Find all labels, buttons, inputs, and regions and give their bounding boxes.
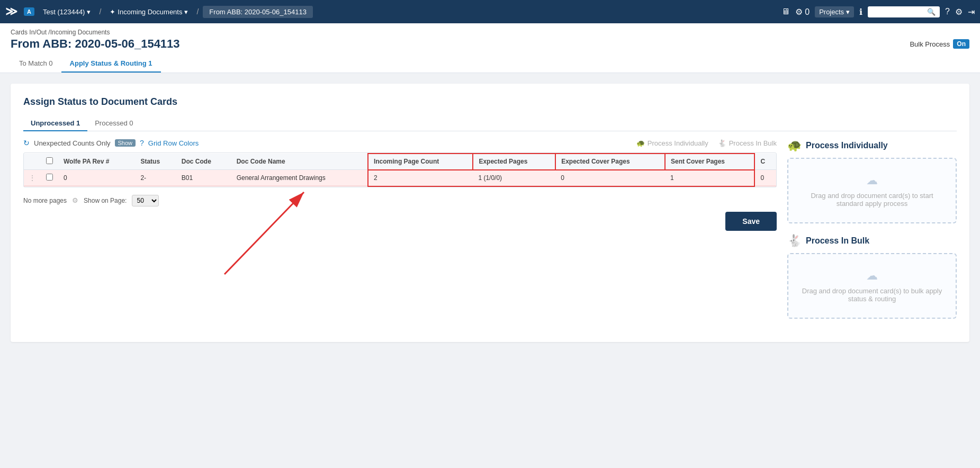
- turtle-icon: 🐢: [787, 139, 802, 152]
- cell-status: 2-: [135, 170, 176, 186]
- th-extra: C: [754, 154, 776, 170]
- projects-label: Projects: [819, 8, 844, 16]
- settings-badge-icon[interactable]: ⚙ 0: [795, 7, 810, 17]
- cell-doc-code-name: General Arrangement Drawings: [231, 170, 368, 186]
- cell-incoming-page-count: 2: [368, 170, 473, 186]
- th-doc-code-name: Doc Code Name: [231, 154, 368, 170]
- nav-right: 🖥 ⚙ 0 Projects ▾ ℹ 🔍 ? ⚙ ⇥: [781, 6, 975, 17]
- projects-dropdown[interactable]: Projects ▾: [815, 6, 854, 17]
- process-individually-label: Process Individually: [648, 139, 708, 147]
- th-drag: [24, 154, 41, 170]
- table-row: ⋮ 0 2- B01 General Arrangement Drawings …: [24, 170, 776, 186]
- turtle-small-icon: 🐢: [636, 139, 645, 147]
- table-wrapper: Wolfe PA Rev # Status Doc Code Doc Code …: [23, 152, 777, 187]
- th-wolfe-pa-rev: Wolfe PA Rev #: [58, 154, 135, 170]
- account-nav-item[interactable]: Test (123444) ▾: [39, 8, 95, 16]
- projects-chevron-icon: ▾: [846, 8, 850, 16]
- show-badge[interactable]: Show: [115, 139, 136, 147]
- process-in-bulk-drop-text: Drag and drop document card(s) to bulk a…: [797, 287, 947, 303]
- process-in-bulk-upload-icon: ☁: [797, 269, 947, 283]
- section-title: Assign Status to Document Cards: [23, 96, 957, 107]
- bulk-process-label: Bulk Process: [910, 40, 950, 48]
- right-panel: 🐢 Process Individually ☁ Drag and drop d…: [787, 139, 957, 329]
- exit-icon[interactable]: ⇥: [968, 7, 975, 17]
- help-icon[interactable]: ?: [945, 7, 950, 16]
- show-on-page-label: Show on Page:: [84, 197, 127, 204]
- app-logo: ≫: [5, 5, 17, 19]
- bulk-process-on-badge[interactable]: On: [953, 39, 969, 49]
- section-label: Incoming Documents: [118, 8, 182, 16]
- th-sent-cover-pages: Sent Cover Pages: [665, 154, 754, 170]
- process-in-bulk-drop-zone[interactable]: ☁ Drag and drop document card(s) to bulk…: [787, 253, 957, 319]
- page-title-row: From ABB: 2020-05-06_154113 Bulk Process…: [11, 37, 969, 51]
- inner-tab-processed[interactable]: Processed 0: [87, 116, 140, 131]
- drag-handle[interactable]: ⋮: [24, 170, 41, 186]
- th-doc-code: Doc Code: [176, 154, 231, 170]
- process-individually-title: 🐢 Process Individually: [787, 139, 957, 152]
- row-checkbox[interactable]: [46, 174, 53, 181]
- cell-sent-cover-pages: 1: [665, 170, 754, 186]
- cell-doc-code: B01: [176, 170, 231, 186]
- th-expected-pages: Expected Pages: [473, 154, 555, 170]
- page-title: From ABB: 2020-05-06_154113: [11, 37, 180, 51]
- tab-apply-status-routing[interactable]: Apply Status & Routing 1: [61, 55, 161, 73]
- toolbar: ↻ Unexpected Counts Only Show ? Grid Row…: [23, 139, 777, 147]
- search-icon[interactable]: 🔍: [927, 8, 936, 16]
- info-icon[interactable]: ℹ: [859, 7, 862, 17]
- process-individually-btn[interactable]: 🐢 Process Individually: [636, 139, 708, 147]
- inner-tabs: Unprocessed 1 Processed 0: [23, 116, 957, 131]
- layout-row: ↻ Unexpected Counts Only Show ? Grid Row…: [23, 139, 957, 329]
- page-header: Cards In/Out /Incoming Documents From AB…: [0, 23, 980, 73]
- pagination-gear-icon[interactable]: ⚙: [72, 196, 78, 204]
- inner-tab-unprocessed[interactable]: Unprocessed 1: [23, 116, 87, 131]
- toolbar-right: 🐢 Process Individually 🐇 Process In Bulk: [636, 139, 777, 147]
- cell-extra: 0: [754, 170, 776, 186]
- th-status: Status: [135, 154, 176, 170]
- bulk-process-toggle[interactable]: Bulk Process On: [910, 39, 969, 49]
- process-individually-upload-icon: ☁: [797, 174, 947, 187]
- section-chevron-icon: ▾: [184, 8, 188, 16]
- th-incoming-page-count: Incoming Page Count: [368, 154, 473, 170]
- breadcrumb: Cards In/Out /Incoming Documents: [11, 29, 969, 36]
- save-button[interactable]: Save: [725, 212, 777, 231]
- process-in-bulk-btn[interactable]: 🐇 Process In Bulk: [718, 139, 777, 147]
- process-in-bulk-heading: Process In Bulk: [806, 236, 869, 246]
- save-row: Save: [23, 212, 777, 231]
- refresh-icon[interactable]: ↻: [23, 139, 30, 147]
- toolbar-left: ↻ Unexpected Counts Only Show ? Grid Row…: [23, 139, 199, 147]
- app-icon: A: [24, 7, 34, 16]
- tab-to-match[interactable]: To Match 0: [11, 55, 61, 73]
- unexpected-counts-label: Unexpected Counts Only: [34, 139, 111, 147]
- process-in-bulk-label: Process In Bulk: [729, 139, 777, 147]
- cell-expected-cover-pages: 0: [555, 170, 665, 186]
- section-icon: ✦: [110, 8, 115, 16]
- monitor-icon[interactable]: 🖥: [781, 7, 790, 16]
- nav-separator-2: /: [196, 7, 199, 16]
- document-table: Wolfe PA Rev # Status Doc Code Doc Code …: [24, 153, 776, 187]
- help-grid-icon[interactable]: ?: [140, 139, 144, 147]
- search-input[interactable]: [872, 8, 925, 15]
- row-checkbox-cell[interactable]: [41, 170, 58, 186]
- no-more-pages-label: No more pages: [23, 197, 67, 204]
- page-size-select[interactable]: 50 100 200: [132, 195, 159, 206]
- th-expected-cover-pages: Expected Cover Pages: [555, 154, 665, 170]
- process-individually-drop-text: Drag and drop document card(s) to start …: [797, 192, 947, 208]
- main-content: Assign Status to Document Cards Unproces…: [0, 73, 980, 353]
- nav-separator-1: /: [99, 7, 101, 16]
- select-all-checkbox[interactable]: [46, 157, 53, 164]
- account-label: Test (123444): [43, 8, 85, 16]
- rabbit-small-icon: 🐇: [718, 139, 726, 147]
- th-checkbox: [41, 154, 58, 170]
- nav-title: From ABB: 2020-05-06_154113: [203, 6, 313, 18]
- process-in-bulk-title: 🐇 Process In Bulk: [787, 234, 957, 248]
- search-box[interactable]: 🔍: [868, 6, 940, 17]
- process-individually-section: 🐢 Process Individually ☁ Drag and drop d…: [787, 139, 957, 223]
- gear-icon[interactable]: ⚙: [955, 7, 963, 17]
- account-chevron-icon: ▾: [87, 8, 91, 16]
- content-card: Assign Status to Document Cards Unproces…: [11, 84, 969, 342]
- section-nav-item[interactable]: ✦ Incoming Documents ▾: [105, 8, 192, 16]
- grid-row-colors-label[interactable]: Grid Row Colors: [148, 139, 199, 147]
- cell-wolfe-pa-rev: 0: [58, 170, 135, 186]
- process-individually-drop-zone[interactable]: ☁ Drag and drop document card(s) to star…: [787, 158, 957, 223]
- process-in-bulk-section: 🐇 Process In Bulk ☁ Drag and drop docume…: [787, 234, 957, 319]
